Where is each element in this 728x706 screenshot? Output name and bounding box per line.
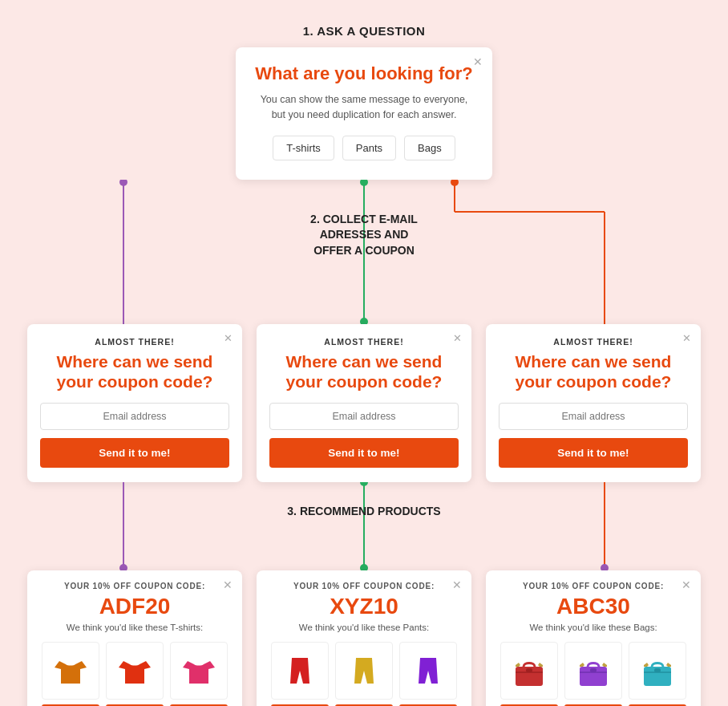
coupon-card-tshirts-email[interactable] xyxy=(40,403,229,430)
svg-point-9 xyxy=(451,180,459,186)
question-card-close[interactable]: ✕ xyxy=(473,55,483,68)
step3-label: 3. Recommend Products xyxy=(287,505,440,517)
connector-area-2: 3. Recommend Products xyxy=(16,482,712,570)
option-pants[interactable]: Pants xyxy=(342,136,396,160)
product-item-pants-2: Add to Cart xyxy=(335,642,393,706)
product-card-pants: ✕ Your 10% off coupon code: XYZ10 We thi… xyxy=(257,570,471,706)
coupon-card-tshirts: ✕ Almost there! Where can we send your c… xyxy=(27,324,242,482)
product-item-tshirt-1: Add to Cart xyxy=(42,642,99,706)
svg-point-14 xyxy=(360,482,368,486)
svg-point-17 xyxy=(601,564,609,570)
coupon-card-pants-email[interactable] xyxy=(269,403,459,430)
svg-rect-23 xyxy=(590,668,597,672)
bag-img-1 xyxy=(500,642,558,700)
coupon-card-pants-close[interactable]: ✕ xyxy=(453,332,462,344)
product-card-pants-text: We think you'd like these Pants: xyxy=(268,623,460,632)
product-card-tshirts-code: ADF20 xyxy=(38,594,231,619)
coupon-card-bags-send[interactable]: Send it to me! xyxy=(499,438,688,468)
coupon-card-tshirts-close[interactable]: ✕ xyxy=(224,332,233,344)
svg-rect-26 xyxy=(654,668,661,672)
option-buttons: T-shirts Pants Bags xyxy=(255,136,473,160)
product-card-bags-code: ABC30 xyxy=(497,594,690,619)
product-cards-row: ✕ Your 10% off coupon code: ADF20 We thi… xyxy=(16,570,712,706)
product-card-tshirts-text: We think you'd like these T-shirts: xyxy=(38,623,231,632)
product-card-pants-close[interactable]: ✕ xyxy=(452,578,462,591)
bag-img-2 xyxy=(564,642,622,700)
svg-point-2 xyxy=(119,180,127,186)
product-card-bags-close[interactable]: ✕ xyxy=(681,578,691,591)
page-wrapper: 1. Ask a Question ✕ What are you looking… xyxy=(0,0,728,706)
step2-label: 2. COLLECT E-MAILADRESSES ANDOFFER A COU… xyxy=(310,212,418,259)
option-tshirts[interactable]: T-shirts xyxy=(273,136,334,160)
question-card: ✕ What are you looking for? You can show… xyxy=(236,47,492,180)
product-card-pants-grid: Add to Cart Add to Cart xyxy=(268,642,460,706)
product-item-pants-1: Add to Cart xyxy=(271,642,329,706)
coupon-card-bags: ✕ Almost there! Where can we send your c… xyxy=(486,324,701,482)
coupon-card-pants-title: Where can we send your coupon code? xyxy=(269,351,459,392)
tshirt-img-3 xyxy=(170,642,228,700)
connector-area-1: 2. COLLECT E-MAILADRESSES ANDOFFER A COU… xyxy=(16,180,712,324)
coupon-card-bags-email[interactable] xyxy=(499,403,688,430)
svg-point-5 xyxy=(360,318,368,324)
product-item-tshirt-2: Add to Cart xyxy=(106,642,164,706)
product-card-bags-label: Your 10% off coupon code: xyxy=(497,582,690,590)
option-bags[interactable]: Bags xyxy=(404,136,455,160)
product-card-tshirts-grid: Add to Cart Add to Cart xyxy=(38,642,231,706)
coupon-card-bags-close[interactable]: ✕ xyxy=(682,332,691,344)
coupon-card-bags-title: Where can we send your coupon code? xyxy=(499,351,688,392)
pants-img-1 xyxy=(271,642,329,700)
product-card-bags-grid: Add to Cart Add to Cart xyxy=(497,642,690,706)
question-title: What are you looking for? xyxy=(255,63,473,84)
product-card-pants-code: XYZ10 xyxy=(268,594,460,619)
product-item-bag-1: Add to Cart xyxy=(500,642,558,706)
product-card-bags: ✕ Your 10% off coupon code: ABC30 We thi… xyxy=(486,570,701,706)
coupon-card-tshirts-send[interactable]: Send it to me! xyxy=(40,438,229,468)
tshirt-img-2 xyxy=(106,642,164,700)
product-item-bag-2: Add to Cart xyxy=(564,642,622,706)
coupon-card-pants-almost: Almost there! xyxy=(269,337,459,347)
coupon-card-tshirts-almost: Almost there! xyxy=(40,337,229,347)
svg-point-15 xyxy=(360,564,368,570)
coupon-card-tshirts-title: Where can we send your coupon code? xyxy=(40,351,229,392)
coupon-card-bags-almost: Almost there! xyxy=(499,337,688,347)
tshirt-img-1 xyxy=(42,642,99,700)
bag-img-3 xyxy=(629,642,686,700)
product-card-pants-label: Your 10% off coupon code: xyxy=(268,582,460,590)
question-description: You can show the same message to everyon… xyxy=(255,92,473,123)
coupon-card-pants: ✕ Almost there! Where can we send your c… xyxy=(257,324,471,482)
svg-rect-20 xyxy=(526,668,532,672)
product-item-bag-3: Add to Cart xyxy=(629,642,686,706)
svg-point-12 xyxy=(119,564,127,570)
connector-svg-2 xyxy=(16,482,712,570)
svg-point-4 xyxy=(360,180,368,186)
pants-img-2 xyxy=(335,642,393,700)
product-card-bags-text: We think you'd like these Bags: xyxy=(497,623,690,632)
product-card-tshirts-close[interactable]: ✕ xyxy=(223,578,233,591)
coupon-cards-row: ✕ Almost there! Where can we send your c… xyxy=(16,324,712,482)
product-card-tshirts-label: Your 10% off coupon code: xyxy=(38,582,231,590)
pants-img-3 xyxy=(399,642,457,700)
product-item-tshirt-3: Add to Cart xyxy=(170,642,228,706)
coupon-card-pants-send[interactable]: Send it to me! xyxy=(269,438,459,468)
product-card-tshirts: ✕ Your 10% off coupon code: ADF20 We thi… xyxy=(27,570,242,706)
step1-label: 1. Ask a Question xyxy=(16,24,712,38)
product-item-pants-3: Add to Cart xyxy=(399,642,457,706)
